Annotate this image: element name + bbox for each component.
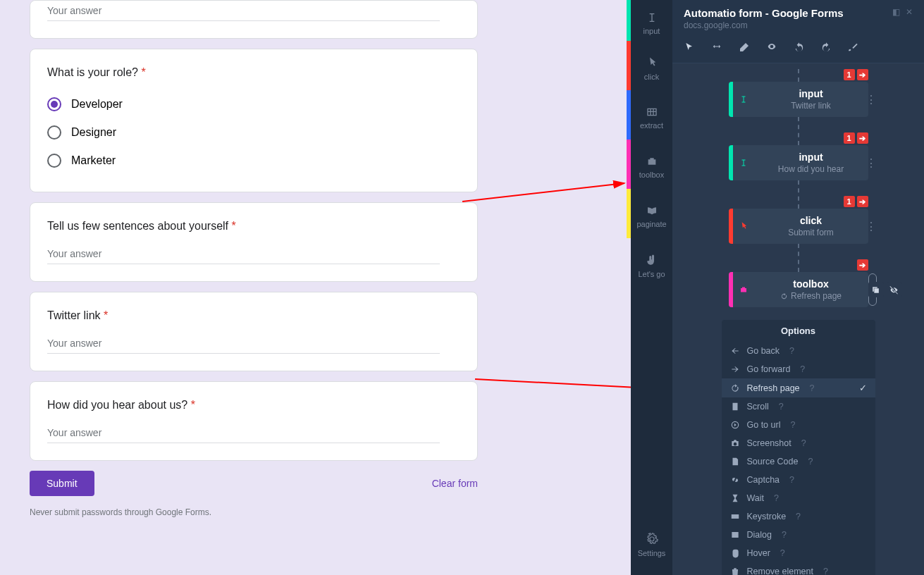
form-footer: Submit Clear form: [30, 471, 478, 496]
option-go-forward[interactable]: Go forward?: [722, 360, 875, 378]
circle-arrow-icon: [730, 420, 740, 430]
question-twitter: Twitter link *: [47, 309, 460, 322]
tab-click[interactable]: click: [631, 44, 672, 93]
form-card-role: What is your role? * Developer Designer …: [30, 49, 478, 192]
options-menu: Options Go back? Go forward? Refresh pag…: [722, 320, 875, 575]
eye-off-icon[interactable]: [887, 282, 902, 297]
tab-letsgo[interactable]: Let's go: [631, 241, 672, 290]
book-icon: [646, 205, 658, 216]
toolbox-icon: [739, 285, 749, 294]
answer-input-twitter[interactable]: [47, 333, 440, 354]
option-hover[interactable]: Hover?: [722, 544, 875, 562]
tab-paginate[interactable]: paginate: [631, 192, 672, 241]
terminal-icon: [730, 530, 740, 540]
check-icon: ✓: [859, 383, 867, 393]
arrow-right-icon: ➔: [857, 69, 868, 80]
form-card-hear: How did you hear about us? *: [30, 381, 478, 461]
tab-strip: input click extract toolbox paginate Let…: [631, 0, 672, 575]
kebab-icon[interactable]: ⋮: [866, 220, 877, 233]
flow-node-toolbox-refresh[interactable]: ➔ toolboxRefresh page ⋮: [729, 272, 868, 307]
google-form: What is your role? * Developer Designer …: [0, 0, 507, 575]
radio-designer[interactable]: Designer: [47, 118, 460, 147]
copy-icon[interactable]: [868, 282, 884, 297]
answer-input-about[interactable]: [47, 244, 440, 264]
panel-title: Automatio form - Google Forms: [684, 7, 844, 19]
tab-toolbox[interactable]: toolbox: [631, 142, 672, 192]
radio-icon: [47, 154, 61, 168]
arrow-right-icon: ➔: [857, 259, 868, 271]
close-icon[interactable]: ✕: [906, 7, 913, 17]
option-wait[interactable]: Wait?: [722, 489, 875, 507]
option-keystroke[interactable]: Keystroke?: [722, 507, 875, 526]
text-cursor-icon: [646, 12, 658, 23]
flow-canvas[interactable]: 1➔ inputTwitter link ⋮ 1➔ inputHow did y…: [672, 63, 924, 575]
option-refresh-page[interactable]: Refresh page?✓: [722, 378, 875, 397]
refresh-icon: [730, 383, 740, 393]
kebab-icon[interactable]: ⋮: [866, 93, 877, 106]
flow-node-click-submit[interactable]: 1➔ clickSubmit form ⋮: [729, 209, 868, 244]
brush-tool-icon[interactable]: [847, 42, 858, 56]
form-card-answer-top: [30, 0, 478, 39]
tab-input[interactable]: input: [631, 3, 672, 44]
text-cursor-icon: [739, 94, 748, 104]
mouse-icon: [730, 548, 740, 558]
option-screenshot[interactable]: Screenshot?: [722, 434, 875, 452]
grid-icon: [646, 106, 658, 118]
option-remove-element[interactable]: Remove element?: [722, 562, 875, 575]
hourglass-icon: [730, 493, 740, 503]
kebab-icon[interactable]: ⋮: [866, 156, 877, 170]
option-source-code[interactable]: Source Code?: [722, 452, 875, 471]
tab-extract[interactable]: extract: [631, 93, 672, 142]
arrow-right-icon: ➔: [857, 132, 868, 144]
panel-toolbar: [672, 33, 924, 63]
trash-icon: [730, 567, 740, 575]
tab-settings[interactable]: Settings: [631, 520, 672, 569]
arrow-right-icon: [730, 364, 740, 374]
arrow-left-icon: [730, 346, 740, 356]
keyboard-icon: [730, 512, 740, 521]
peace-icon: [646, 254, 658, 266]
undo-icon[interactable]: [794, 42, 805, 56]
pointer-icon: [646, 56, 658, 69]
submit-button[interactable]: Submit: [30, 471, 94, 496]
refresh-icon: [780, 292, 788, 300]
disclaimer-text: Never submit passwords through Google Fo…: [30, 507, 478, 517]
extension-panel: input click extract toolbox paginate Let…: [631, 0, 924, 575]
option-go-back[interactable]: Go back?: [722, 342, 875, 360]
panel-header: Automatio form - Google Forms docs.googl…: [672, 0, 924, 33]
link-icon: [730, 475, 740, 485]
panel-subtitle: docs.google.com: [684, 20, 844, 30]
options-title: Options: [722, 320, 875, 342]
file-icon: [730, 457, 740, 466]
panel-main: Automatio form - Google Forms docs.googl…: [672, 0, 924, 575]
radio-developer[interactable]: Developer: [47, 90, 460, 118]
camera-icon: [730, 438, 740, 448]
text-cursor-icon: [739, 158, 748, 168]
flow-node-input-twitter[interactable]: 1➔ inputTwitter link ⋮: [729, 82, 868, 117]
arrow-right-icon: ➔: [857, 196, 868, 207]
pop-out-icon[interactable]: ◧: [892, 7, 900, 17]
form-card-twitter: Twitter link *: [30, 292, 478, 371]
option-captcha[interactable]: Captcha?: [722, 471, 875, 489]
move-tool-icon[interactable]: [710, 42, 723, 56]
eraser-tool-icon[interactable]: [739, 42, 750, 56]
option-dialog[interactable]: Dialog?: [722, 526, 875, 544]
pointer-icon: [739, 221, 749, 231]
clear-form-link[interactable]: Clear form: [432, 478, 478, 489]
toolbox-icon: [646, 156, 658, 167]
question-role: What is your role? *: [47, 66, 460, 79]
redo-icon[interactable]: [820, 42, 832, 56]
answer-input-top[interactable]: [47, 1, 440, 21]
cursor-tool-icon[interactable]: [684, 42, 695, 56]
eye-tool-icon[interactable]: [765, 42, 778, 56]
scroll-icon: [730, 402, 740, 412]
gear-icon: [646, 533, 658, 545]
flow-node-input-hear[interactable]: 1➔ inputHow did you hear ⋮: [729, 145, 868, 180]
question-hear: How did you hear about us? *: [47, 399, 460, 412]
form-card-about: Tell us few sentences about yourself *: [30, 202, 478, 282]
question-about: Tell us few sentences about yourself *: [47, 220, 460, 233]
answer-input-hear[interactable]: [47, 423, 440, 443]
option-go-to-url[interactable]: Go to url?: [722, 416, 875, 434]
radio-marketer[interactable]: Marketer: [47, 147, 460, 175]
option-scroll[interactable]: Scroll?: [722, 397, 875, 416]
